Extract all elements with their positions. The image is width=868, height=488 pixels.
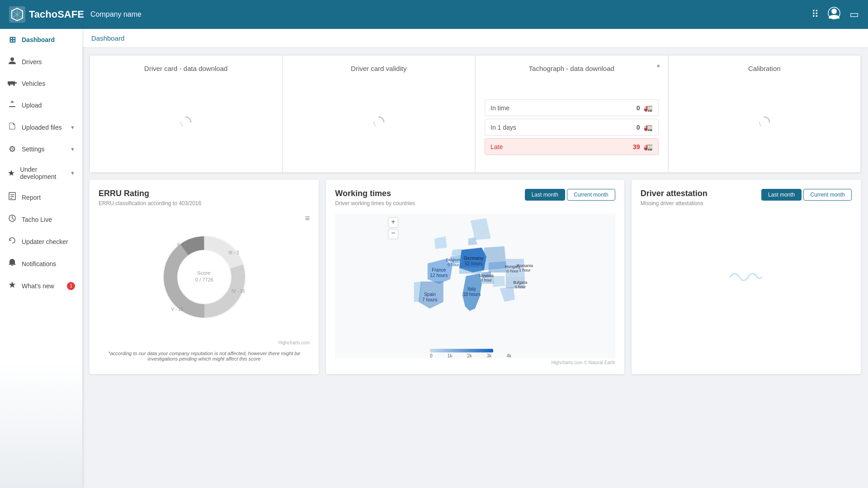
breadcrumb: Dashboard xyxy=(82,29,868,48)
europe-map-container: + − xyxy=(335,214,615,358)
svg-text:IV - 16: IV - 16 xyxy=(231,289,245,294)
driver-attestation-panel: Driver attestation Missing driver attest… xyxy=(632,180,861,374)
whats-new-icon xyxy=(7,281,17,291)
svg-text:Bulgaria: Bulgaria xyxy=(513,280,527,285)
settings-icon: ⚙ xyxy=(7,144,17,154)
svg-text:0 hour: 0 hour xyxy=(507,269,519,273)
tacho-in-time-count: 0 🚛 xyxy=(637,103,653,112)
sidebar-label-dashboard: Dashboard xyxy=(22,36,55,43)
erru-panel: ERRU Rating ERRU classification accordin… xyxy=(90,180,319,374)
sidebar-label-report: Report xyxy=(22,194,41,201)
svg-text:0 / 7726: 0 / 7726 xyxy=(195,277,213,282)
da-last-month-btn[interactable]: Last month xyxy=(761,189,802,201)
sidebar-label-vehicles: Vehicles xyxy=(22,80,45,87)
legend-gradient-bar xyxy=(430,349,493,352)
working-times-panel: Working times Driver working times by co… xyxy=(326,180,624,374)
tablet-icon-button[interactable]: ▭ xyxy=(849,9,859,20)
da-btn-group: Last month Current month xyxy=(761,189,852,201)
erru-chart-area: ≡ Score: 0 / 7726 II xyxy=(99,214,310,340)
svg-rect-5 xyxy=(15,82,17,84)
sidebar-item-drivers[interactable]: Drivers xyxy=(0,51,82,73)
user-icon-button[interactable] xyxy=(828,7,840,22)
notifications-icon xyxy=(7,258,17,269)
vehicles-icon xyxy=(7,79,17,88)
calibration-loading xyxy=(678,81,852,163)
svg-point-6 xyxy=(9,84,10,86)
tachograph-download-card: Tachograph - data download ● In time 0 🚛… xyxy=(475,55,668,173)
legend-1k: 1k xyxy=(448,353,453,358)
legend-labels: 0 1k 2k 3k 4k xyxy=(430,353,511,358)
sidebar-item-tacho-live[interactable]: Tacho Live xyxy=(0,208,82,230)
da-current-month-btn[interactable]: Current month xyxy=(803,189,852,201)
svg-text:Spain: Spain xyxy=(424,292,436,297)
wt-last-month-btn[interactable]: Last month xyxy=(525,189,565,201)
sidebar-item-whats-new[interactable]: What's new 1 xyxy=(0,275,82,297)
tacho-in-time-row: In time 0 🚛 xyxy=(485,99,659,116)
sidebar-item-settings[interactable]: ⚙ Settings ▼ xyxy=(0,138,82,160)
sidebar-item-upload[interactable]: Upload xyxy=(0,94,82,116)
svg-text:Slovenia: Slovenia xyxy=(479,273,494,278)
wt-header: Working times Driver working times by co… xyxy=(335,189,615,214)
erru-menu-icon[interactable]: ≡ xyxy=(305,214,310,223)
svg-text:V - 16: V - 16 xyxy=(171,307,183,312)
under-dev-icon: ★ xyxy=(7,168,15,178)
sidebar-item-notifications[interactable]: Notifications xyxy=(0,253,82,275)
updater-icon xyxy=(7,236,17,247)
sidebar: ⊞ Dashboard Drivers Vehicles Upload Uplo… xyxy=(0,29,82,488)
svg-text:+: + xyxy=(391,218,395,225)
sidebar-label-updater-checker: Updater checker xyxy=(22,238,68,245)
upload-icon xyxy=(7,100,17,110)
logo-icon xyxy=(9,6,25,23)
sidebar-label-under-development: Under development xyxy=(20,166,66,180)
sidebar-item-updater-checker[interactable]: Updater checker xyxy=(0,230,82,253)
sidebar-item-vehicles[interactable]: Vehicles xyxy=(0,73,82,94)
svg-rect-4 xyxy=(8,81,15,84)
cursor-area: ● xyxy=(656,62,660,69)
drivers-icon xyxy=(7,56,17,67)
company-name: Company name xyxy=(90,10,811,19)
sidebar-label-uploaded-files: Uploaded files xyxy=(22,124,62,131)
tacho-late-label: Late xyxy=(491,143,503,150)
svg-text:Italy: Italy xyxy=(468,286,476,291)
sidebar-item-report[interactable]: Report xyxy=(0,186,82,208)
grid-icon-button[interactable]: ⠿ xyxy=(811,9,819,20)
erru-highcharts: Highcharts.com xyxy=(99,340,310,345)
driver-card-validity-loading xyxy=(292,81,466,163)
main-content: Dashboard Driver card - data download Dr… xyxy=(82,29,868,488)
map-legend: 0 1k 2k 3k 4k xyxy=(430,349,520,358)
sidebar-item-dashboard[interactable]: ⊞ Dashboard xyxy=(0,29,82,51)
legend-3k: 3k xyxy=(487,353,492,358)
calibration-title: Calibration xyxy=(678,65,852,72)
erru-note: *according to our data your company repu… xyxy=(99,351,310,361)
da-loading xyxy=(641,214,852,340)
da-title-group: Driver attestation Missing driver attest… xyxy=(641,189,708,214)
svg-text:0 hour: 0 hour xyxy=(515,285,526,289)
header: TachoSAFE Company name ⠿ ▭ xyxy=(0,0,868,29)
tacho-in1days-number: 0 xyxy=(637,124,640,131)
whats-new-badge: 1 xyxy=(67,282,75,290)
truck-green-icon: 🚛 xyxy=(644,103,653,112)
logo: TachoSAFE xyxy=(9,6,90,23)
tacho-in1days-label: In 1 days xyxy=(491,124,516,131)
under-dev-arrow: ▼ xyxy=(70,170,75,176)
sidebar-label-whats-new: What's new xyxy=(22,282,54,290)
legend-2k: 2k xyxy=(467,353,472,358)
tacho-in-time-number: 0 xyxy=(637,104,640,112)
svg-rect-8 xyxy=(9,106,15,107)
sidebar-item-uploaded-files[interactable]: Uploaded files ▼ xyxy=(0,116,82,138)
svg-text:1 hour: 1 hour xyxy=(519,268,531,272)
svg-point-7 xyxy=(13,84,15,86)
svg-text:0 hour: 0 hour xyxy=(481,278,492,282)
driver-card-validity-title: Driver card validity xyxy=(292,65,466,72)
logo-text: TachoSAFE xyxy=(29,9,84,20)
tacho-in-time-label: In time xyxy=(491,104,509,112)
svg-marker-14 xyxy=(9,282,15,288)
tacho-in1days-count: 0 🚛 xyxy=(637,123,653,131)
svg-text:7 hours: 7 hours xyxy=(422,297,437,302)
uploaded-files-icon xyxy=(7,122,17,132)
wt-current-month-btn[interactable]: Current month xyxy=(567,189,615,201)
erru-subtitle: ERRU classification according to 403/201… xyxy=(99,200,310,206)
sidebar-item-under-development[interactable]: ★ Under development ▼ xyxy=(0,160,82,186)
svg-text:18 hours: 18 hours xyxy=(463,292,481,297)
uploaded-files-arrow: ▼ xyxy=(70,125,75,130)
